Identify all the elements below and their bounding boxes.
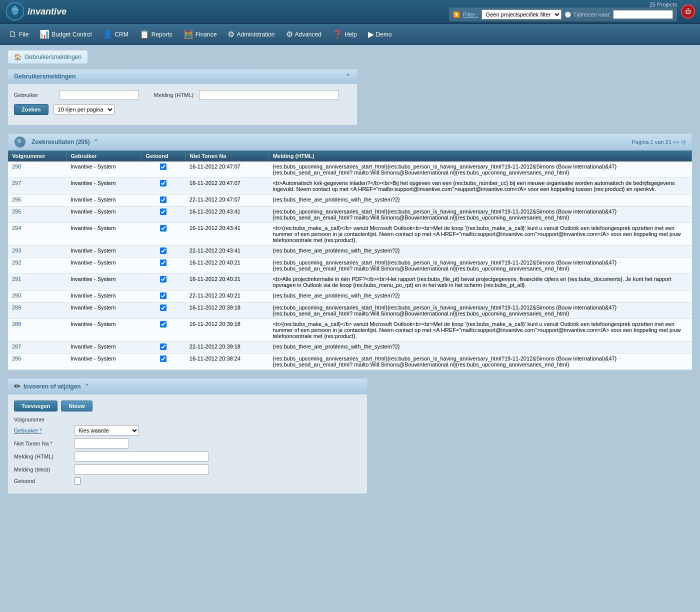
search-panel-toggle[interactable]: ⌃ — [345, 72, 351, 80]
pagination[interactable]: Pagina 1 van 21 >> >| — [632, 139, 686, 145]
row-link-290[interactable]: 290 — [12, 292, 21, 298]
getoond-check-288[interactable] — [160, 321, 166, 328]
cell-gebruiker: Invantive - System — [66, 162, 142, 178]
new-button[interactable]: Nieuw — [61, 400, 92, 412]
row-link-296[interactable]: 296 — [12, 196, 21, 202]
row-link-294[interactable]: 294 — [12, 225, 21, 231]
getoond-checkbox[interactable] — [74, 478, 81, 484]
cell-volgnummer[interactable]: 297 — [8, 178, 66, 194]
row-link-292[interactable]: 292 — [12, 260, 21, 266]
sidebar-item-file[interactable]: 🗋 File — [4, 28, 34, 41]
nav-finance-label: Finance — [196, 31, 217, 38]
cell-volgnummer[interactable]: 287 — [8, 342, 66, 354]
row-link-297[interactable]: 297 — [12, 180, 21, 186]
melding-tekst-input[interactable] — [74, 464, 209, 474]
getoond-check-294[interactable] — [160, 225, 166, 232]
search-form-row: Gebruiker Melding (HTML) — [14, 90, 351, 100]
sidebar-item-crm[interactable]: 👤 CRM — [98, 28, 133, 41]
sidebar-item-help[interactable]: ❓ Help — [328, 28, 362, 41]
getoond-check-292[interactable] — [160, 260, 166, 266]
cell-volgnummer[interactable]: 286 — [8, 354, 66, 370]
gebruiker-select[interactable]: Kies waarde — [74, 426, 139, 436]
cell-niet-tonen: 22-11-2012 20:40:21 — [186, 290, 269, 302]
budget-icon: 📊 — [40, 30, 50, 39]
entry-toggle[interactable]: ⌃ — [84, 382, 90, 390]
search-button[interactable]: Zoeken — [14, 104, 48, 115]
cell-volgnummer[interactable]: 293 — [8, 246, 66, 258]
logo-icon — [5, 2, 25, 22]
sidebar-item-administration[interactable]: ⚙ Administration — [222, 28, 280, 41]
power-button[interactable]: ⏻ — [681, 4, 695, 18]
nav-bar: 🗋 File 📊 Budget Control 👤 CRM 📋 Reports … — [0, 24, 700, 45]
getoond-check-298[interactable] — [160, 164, 166, 170]
getoond-check-289[interactable] — [160, 304, 166, 311]
top-right-area: 25 Projects 🔽 Filter : Geen projectspeci… — [449, 2, 695, 22]
getoond-check-293[interactable] — [160, 248, 166, 254]
col-niet-tonen[interactable]: Niet Tonen Na — [186, 150, 269, 162]
row-link-291[interactable]: 291 — [12, 276, 21, 282]
filter-link[interactable]: Filter : — [463, 12, 478, 18]
row-link-295[interactable]: 295 — [12, 208, 21, 214]
getoond-check-286[interactable] — [160, 356, 166, 362]
sidebar-item-demo[interactable]: ▶ Demo — [363, 28, 397, 41]
table-row: 298Invantive - System16-11-2012 20:47:07… — [8, 162, 692, 178]
home-icon: 🏠 — [14, 54, 22, 60]
sidebar-item-advanced[interactable]: ⚙ Advanced — [281, 28, 326, 41]
getoond-check-291[interactable] — [160, 276, 166, 282]
cell-volgnummer[interactable]: 288 — [8, 319, 66, 342]
cell-niet-tonen: 16-11-2012 20:38:24 — [186, 354, 269, 370]
getoond-check-295[interactable] — [160, 208, 166, 215]
cell-volgnummer[interactable]: 298 — [8, 162, 66, 178]
cell-getoond — [142, 302, 186, 319]
cell-volgnummer[interactable]: 292 — [8, 258, 66, 274]
gebruiker-entry-label[interactable]: Gebruiker * — [14, 428, 74, 434]
nav-demo-label: Demo — [376, 31, 392, 38]
crm-icon: 👤 — [102, 30, 112, 39]
col-melding[interactable]: Melding (HTML) — [268, 150, 692, 162]
row-link-298[interactable]: 298 — [12, 164, 21, 170]
file-icon: 🗋 — [9, 30, 17, 39]
niet-tonen-label: Niet Tonen Na * — [14, 440, 74, 446]
search-panel: Gebruikersmeldingen ⌃ Gebruiker Melding … — [8, 69, 358, 126]
sidebar-item-finance[interactable]: 🧮 Finance — [178, 28, 222, 41]
add-button[interactable]: Toevoegen — [14, 400, 58, 412]
filter-select[interactable]: Geen projectspecifiek filter — [482, 10, 562, 20]
cell-volgnummer[interactable]: 291 — [8, 274, 66, 290]
row-link-293[interactable]: 293 — [12, 248, 21, 254]
getoond-check-287[interactable] — [160, 344, 166, 350]
cell-volgnummer[interactable]: 295 — [8, 206, 66, 223]
rows-per-page-select[interactable]: 10 rijen per pagina 25 rijen per pagina … — [54, 104, 114, 114]
table-row: 297Invantive - System16-11-2012 20:47:07… — [8, 178, 692, 194]
melding-input[interactable] — [199, 90, 339, 100]
sidebar-item-budget-control[interactable]: 📊 Budget Control — [34, 28, 96, 41]
table-row: 293Invantive - System22-11-2012 20:43:41… — [8, 246, 692, 258]
entry-title-area: ✏ Invoeren of wijzigen ⌃ — [14, 382, 90, 391]
gebruiker-input[interactable] — [59, 90, 139, 100]
niet-tonen-input[interactable] — [74, 438, 129, 448]
row-link-288[interactable]: 288 — [12, 321, 21, 327]
cell-volgnummer[interactable]: 296 — [8, 194, 66, 206]
finance-icon: 🧮 — [184, 30, 194, 39]
melding-html-input[interactable] — [74, 452, 209, 462]
melding-tekst-label: Melding (tekst) — [14, 466, 74, 472]
results-toggle[interactable]: ⌃ — [93, 138, 99, 146]
cell-melding: <b>Alle projectinformatie in één PDF?</b… — [268, 274, 692, 290]
col-volgnummer[interactable]: Volgnummer — [8, 150, 66, 162]
row-link-287[interactable]: 287 — [12, 344, 21, 350]
cell-niet-tonen: 16-11-2012 20:40:21 — [186, 258, 269, 274]
row-link-286[interactable]: 286 — [12, 356, 21, 362]
top-bar: invantive 25 Projects 🔽 Filter : Geen pr… — [0, 0, 700, 24]
col-gebruiker[interactable]: Gebruiker — [66, 150, 142, 162]
getoond-check-296[interactable] — [160, 196, 166, 203]
cell-volgnummer[interactable]: 294 — [8, 223, 66, 246]
row-link-289[interactable]: 289 — [12, 304, 21, 310]
cell-volgnummer[interactable]: 290 — [8, 290, 66, 302]
getoond-check-297[interactable] — [160, 180, 166, 186]
cell-volgnummer[interactable]: 289 — [8, 302, 66, 319]
sidebar-item-reports[interactable]: 📋 Reports — [134, 28, 178, 41]
time-input[interactable] — [613, 10, 673, 19]
cell-gebruiker: Invantive - System — [66, 342, 142, 354]
cell-melding: <b>Automatisch kvk-gegevens inladen?</b>… — [268, 178, 692, 194]
getoond-check-290[interactable] — [160, 292, 166, 299]
col-getoond[interactable]: Getoond — [142, 150, 186, 162]
